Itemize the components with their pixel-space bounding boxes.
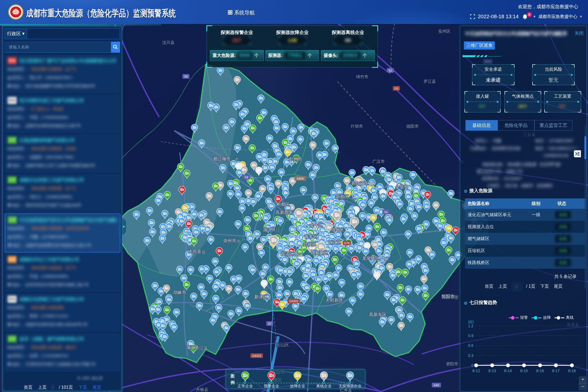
svg-text:高新东区: 高新东区 — [369, 312, 387, 317]
svg-text:市: 市 — [454, 295, 458, 300]
svg-text:安州区: 安州区 — [438, 29, 451, 33]
svg-text:蒲江县: 蒲江县 — [186, 345, 199, 350]
svg-text:江县: 江县 — [199, 346, 208, 351]
svg-text:S9: S9 — [184, 75, 188, 78]
svg-text:市: 市 — [235, 157, 239, 162]
svg-text:S40: S40 — [434, 384, 439, 387]
svg-text:金堂县: 金堂县 — [395, 185, 408, 189]
svg-text:8-16: 8-16 — [536, 369, 544, 373]
svg-text:什邡市: 什邡市 — [350, 124, 363, 128]
svg-text:区: 区 — [352, 195, 356, 200]
svg-text:0.9: 0.9 — [468, 333, 474, 338]
svg-text:新津区: 新津区 — [254, 295, 267, 299]
svg-text:S9: S9 — [244, 176, 248, 179]
svg-text:武侯区: 武侯区 — [303, 242, 316, 247]
svg-text:简阳市: 简阳市 — [442, 294, 455, 299]
svg-text:江: 江 — [276, 228, 280, 233]
svg-text:罗江县: 罗江县 — [424, 79, 436, 84]
svg-text:S7: S7 — [268, 322, 271, 325]
svg-text:XA06: XA06 — [297, 177, 304, 180]
svg-text:8-17: 8-17 — [552, 369, 560, 373]
svg-text:G5: G5 — [394, 87, 399, 90]
svg-text:0.3: 0.3 — [468, 353, 474, 358]
svg-text:8-13: 8-13 — [488, 369, 496, 373]
svg-text:丹棱县: 丹棱县 — [196, 387, 208, 392]
svg-text:S1: S1 — [388, 69, 392, 72]
svg-text:广汉市: 广汉市 — [372, 159, 385, 164]
svg-text:G4203: G4203 — [252, 354, 261, 357]
svg-text:高新西区: 高新西区 — [275, 210, 293, 215]
svg-text:双流区: 双流区 — [281, 252, 294, 256]
svg-text:崇州市: 崇州市 — [223, 238, 236, 243]
svg-text:8-18: 8-18 — [568, 369, 576, 373]
svg-text:彭山区: 彭山区 — [277, 342, 289, 347]
svg-text:龙泉驿区: 龙泉驿区 — [362, 256, 379, 261]
svg-text:资阳市: 资阳市 — [446, 362, 458, 366]
svg-text:德阳市: 德阳市 — [406, 124, 419, 128]
svg-text:市: 市 — [236, 239, 241, 244]
svg-text:汶川县: 汶川县 — [162, 40, 174, 45]
svg-text:温江区: 温江区 — [263, 227, 276, 232]
svg-text:青羊区: 青羊区 — [304, 234, 317, 239]
svg-text:流区: 流区 — [294, 252, 303, 257]
svg-text:0.6: 0.6 — [468, 343, 474, 348]
svg-text:成华区: 成华区 — [331, 228, 344, 232]
svg-text:G4202: G4202 — [289, 299, 298, 303]
svg-text:都江堰市: 都江堰市 — [213, 157, 231, 161]
svg-text:0: 0 — [471, 363, 473, 367]
svg-text:锦江区: 锦江区 — [328, 240, 341, 245]
svg-text:G76: G76 — [344, 241, 350, 245]
svg-text:县: 县 — [201, 250, 206, 255]
svg-text:区: 区 — [370, 182, 374, 186]
svg-text:高新南区: 高新南区 — [311, 250, 328, 255]
svg-text:金牛区: 金牛区 — [310, 223, 323, 227]
svg-text:天府新区: 天府新区 — [326, 298, 343, 302]
svg-text:(起): (起) — [468, 320, 474, 324]
svg-text:郫都区: 郫都区 — [277, 202, 290, 207]
svg-text:8-12: 8-12 — [472, 369, 480, 373]
svg-text:彭州市: 彭州市 — [289, 157, 302, 161]
svg-text:大邑县: 大邑县 — [188, 249, 201, 254]
svg-text:驿区: 驿区 — [381, 257, 389, 262]
svg-text:S2: S2 — [384, 210, 388, 214]
svg-text:邛崃市: 邛崃市 — [173, 290, 186, 295]
svg-text:县: 县 — [267, 295, 272, 300]
svg-text:青白江区: 青白江区 — [351, 181, 369, 186]
svg-text:1.2: 1.2 — [468, 324, 474, 328]
svg-text:8-14: 8-14 — [504, 369, 512, 373]
svg-text:新都区: 新都区 — [336, 194, 349, 199]
svg-text:8-15: 8-15 — [520, 369, 528, 373]
svg-text:绵竹市: 绵竹市 — [356, 74, 368, 79]
